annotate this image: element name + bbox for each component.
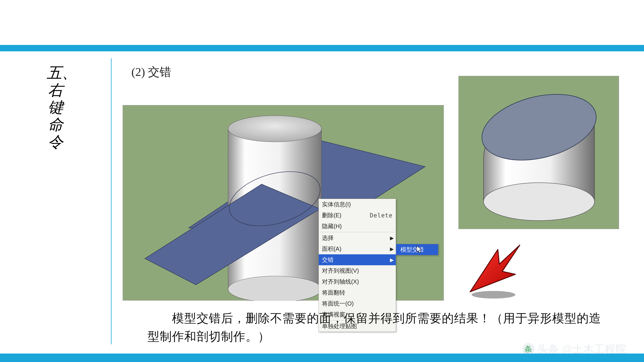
context-submenu[interactable]: 模型交错 [396,244,438,255]
menu-item-reverse-face[interactable]: 将面翻转 [319,287,396,298]
menu-item-label: 对齐到视图(V) [322,267,392,275]
cylinder-with-plane-illustration [123,105,444,301]
svg-point-10 [484,183,594,221]
svg-marker-8 [417,246,422,253]
section-heading-vertical: 五、右键命令 [47,64,64,151]
menu-item-label: 隐藏(H) [322,222,392,230]
menu-item-entity-info[interactable]: 实体信息(I) [319,199,396,210]
svg-point-12 [472,291,516,299]
mouse-cursor-icon [416,246,423,254]
menu-item-label: 将面统一(O) [322,300,392,308]
menu-item-intersect[interactable]: 交错 ▶ [319,254,396,265]
subsection-title: (2) 交错 [132,64,171,80]
menu-item-label: 实体信息(I) [322,200,392,208]
section-heading-text: 五、右键命令 [47,64,77,150]
figure-intersect-before: 实体信息(I) 删除(E) Delete 隐藏(H) 选择 ▶ 面积(A) ▶ … [123,105,444,301]
svg-marker-11 [470,245,520,292]
submenu-arrow-icon: ▶ [390,235,394,241]
bottom-accent-bar [0,354,644,362]
submenu-arrow-icon: ▶ [390,246,394,252]
menu-item-select[interactable]: 选择 ▶ [319,232,396,243]
menu-item-delete[interactable]: 删除(E) Delete [319,210,396,221]
menu-item-label: 对齐到轴线(X) [322,278,392,286]
submenu-arrow-icon: ▶ [390,257,394,263]
svg-point-4 [228,116,322,142]
menu-item-label: 将面翻转 [322,289,392,297]
menu-item-shortcut: Delete [370,212,393,219]
menu-item-label: 选择 [322,234,392,242]
svg-point-5 [228,276,322,301]
menu-item-label: 删除(E) [322,211,361,219]
cut-cylinder-illustration [459,76,619,229]
figure-intersect-result [458,76,619,229]
menu-item-orient-faces[interactable]: 将面统一(O) [319,298,396,309]
menu-item-label: 面积(A) [322,245,392,253]
menu-item-area[interactable]: 面积(A) ▶ [319,243,396,254]
menu-item-hide[interactable]: 隐藏(H) [319,221,396,232]
menu-item-align-view[interactable]: 对齐到视图(V) [319,265,396,276]
attention-arrow-icon [461,239,523,301]
vertical-divider [111,58,112,344]
menu-item-align-axis[interactable]: 对齐到轴线(X) [319,276,396,287]
menu-item-label: 交错 [322,256,392,264]
explanation-text: 模型交错后，删除不需要的面，保留并得到所需要的结果！（用于异形模型的造型制作和剖… [148,309,612,346]
top-accent-bar [0,45,644,51]
